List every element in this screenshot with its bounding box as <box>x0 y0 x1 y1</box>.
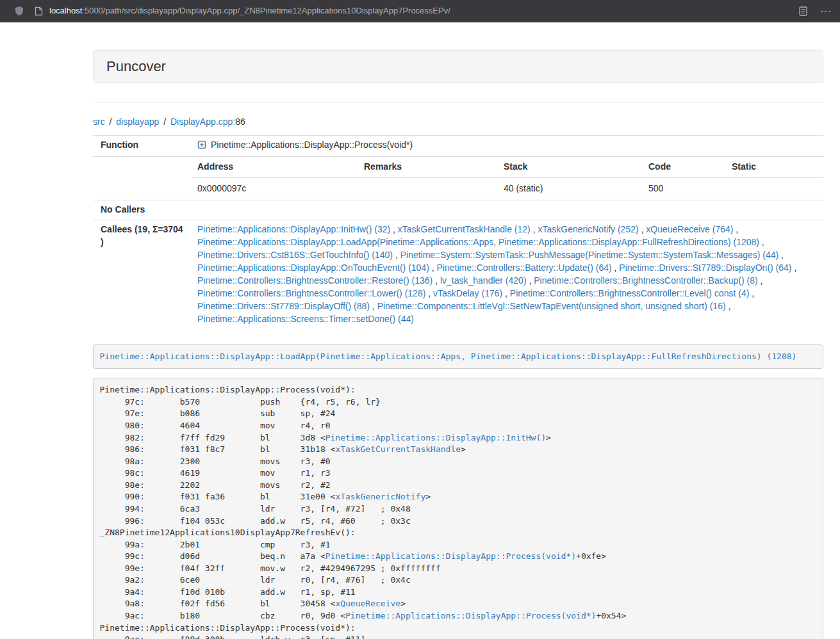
callee-link[interactable]: Pinetime::Applications::DisplayApp::Load… <box>197 237 759 247</box>
breadcrumb-file-link[interactable]: DisplayApp.cpp: <box>170 117 235 127</box>
breadcrumb-separator: / <box>110 117 112 127</box>
no-callers-label: No Callers <box>93 200 192 220</box>
callee-link[interactable]: Pinetime::Applications::Screens::Timer::… <box>197 314 414 324</box>
assembly-symbol-link[interactable]: Pinetime::Applications::DisplayApp::Init… <box>325 433 546 442</box>
reader-view-icon[interactable] <box>799 6 807 16</box>
callee-link[interactable]: Pinetime::Applications::DisplayApp::OnTo… <box>197 263 429 273</box>
page-content: Puncover src / displayapp / DisplayApp.c… <box>93 22 823 639</box>
callee-link[interactable]: Pinetime::System::SystemTask::PushMessag… <box>400 250 779 260</box>
callee-link[interactable]: xQueueReceive (764) <box>646 224 733 234</box>
url-domain: localhost <box>49 6 82 15</box>
reader-view-icon-svg <box>799 6 807 16</box>
address-value: 0x0000097c <box>192 177 359 199</box>
callees-label: Callees (19, Σ=3704 ) <box>93 220 192 328</box>
assembly-symbol-link[interactable]: xTaskGetCurrentTaskHandle <box>335 444 461 454</box>
url-path: :5000/path/src/displayapp/DisplayApp.cpp… <box>82 6 450 15</box>
callee-link[interactable]: Pinetime::Drivers::St7789::DisplayOff() … <box>197 301 370 311</box>
breadcrumb-src-link[interactable]: src <box>93 117 105 127</box>
assembly-symbol-link[interactable]: xQueueReceive <box>335 599 400 608</box>
shield-icon[interactable] <box>14 6 24 17</box>
function-icon <box>197 140 206 153</box>
callee-link[interactable]: vTaskDelay (176) <box>433 288 502 298</box>
callee-link[interactable]: Pinetime::Controllers::BrightnessControl… <box>197 288 425 298</box>
callees-row: Callees (19, Σ=3704 ) Pinetime::Applicat… <box>93 220 823 328</box>
static-header: Static <box>727 157 823 177</box>
browser-toolbar: localhost:5000/path/src/displayapp/Displ… <box>0 0 840 22</box>
stack-header: Stack <box>498 157 643 177</box>
line-number: 86 <box>235 117 245 127</box>
assembly-symbol-link[interactable]: Pinetime::Applications::DisplayApp::Proc… <box>325 551 576 561</box>
metrics-row: Address Remarks Stack Code Static 0x0000… <box>93 156 823 200</box>
callee-link[interactable]: Pinetime::Controllers::Battery::Update()… <box>437 263 612 273</box>
function-label: Function <box>93 135 192 156</box>
code-header: Code <box>643 157 727 177</box>
app-title: Puncover <box>106 58 166 74</box>
code-value: 500 <box>643 177 727 199</box>
callee-link[interactable]: Pinetime::Drivers::St7789::DisplayOn() (… <box>619 263 791 273</box>
callee-link[interactable]: Pinetime::Applications::DisplayApp::Init… <box>197 224 390 234</box>
static-value <box>727 177 823 199</box>
stack-value: 40 (static) <box>498 177 643 199</box>
function-name: Pinetime::Applications::DisplayApp::Proc… <box>211 140 413 150</box>
signature-link[interactable]: Pinetime::Applications::DisplayApp::Load… <box>100 352 797 361</box>
address-header: Address <box>192 157 359 177</box>
callee-link[interactable]: Pinetime::Components::LittleVgl::SetNewT… <box>377 301 726 311</box>
metrics-header-row: Address Remarks Stack Code Static <box>192 157 823 177</box>
no-callers-row: No Callers <box>93 200 823 220</box>
signature-box: Pinetime::Applications::DisplayApp::Load… <box>93 344 823 369</box>
function-row: Function Pinetime::Applications::Display… <box>93 135 823 156</box>
remarks-value <box>359 177 498 199</box>
callee-link[interactable]: Pinetime::Controllers::BrightnessControl… <box>197 275 432 286</box>
callee-link[interactable]: Pinetime::Controllers::BrightnessControl… <box>534 275 757 286</box>
breadcrumb-separator: / <box>163 117 166 127</box>
callee-link[interactable]: xTaskGetCurrentTaskHandle (12) <box>398 224 531 234</box>
assembly-code: Pinetime::Applications::DisplayApp::Proc… <box>93 378 823 639</box>
shield-icon-svg <box>14 6 24 17</box>
overflow-menu-icon[interactable]: ⋯ <box>820 6 831 17</box>
metrics-value-row: 0x0000097c 40 (static) 500 <box>192 177 823 199</box>
app-header: Puncover <box>93 50 823 83</box>
callee-link[interactable]: lv_task_handler (420) <box>440 275 527 286</box>
breadcrumb-displayapp-link[interactable]: displayapp <box>116 117 159 127</box>
function-table: Function Pinetime::Applications::Display… <box>93 135 823 329</box>
remarks-header: Remarks <box>359 157 498 177</box>
callee-link[interactable]: xTaskGenericNotify (252) <box>538 224 638 234</box>
assembly-symbol-link[interactable]: Pinetime::Applications::DisplayApp::Proc… <box>345 611 596 620</box>
callees-list: Pinetime::Applications::DisplayApp::Init… <box>192 220 823 328</box>
breadcrumb: src / displayapp / DisplayApp.cpp:86 <box>93 116 823 129</box>
page-icon-svg <box>35 6 43 16</box>
assembly-symbol-link[interactable]: xTaskGenericNotify <box>335 492 425 501</box>
url-bar[interactable]: localhost:5000/path/src/displayapp/Displ… <box>49 5 799 17</box>
callee-link[interactable]: Pinetime::Controllers::BrightnessControl… <box>510 288 749 298</box>
metrics-table: Address Remarks Stack Code Static 0x0000… <box>192 157 823 200</box>
divider <box>93 102 823 103</box>
page-icon[interactable] <box>35 6 43 16</box>
callee-link[interactable]: Pinetime::Drivers::Cst816S::GetTouchInfo… <box>197 250 393 260</box>
